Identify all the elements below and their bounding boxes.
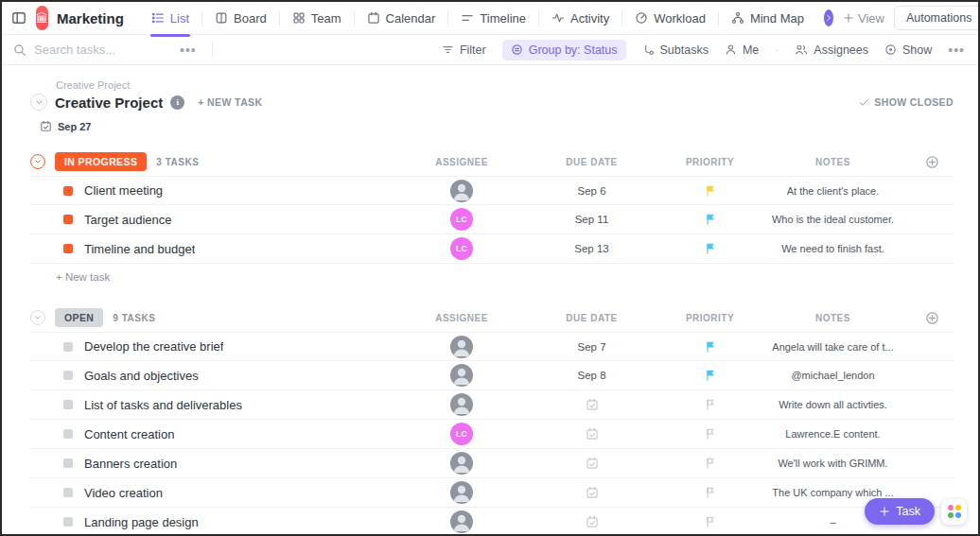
task-status-square[interactable] <box>63 429 73 439</box>
me-button[interactable]: Me <box>725 43 759 57</box>
toolbar-more-icon[interactable]: ••• <box>948 43 965 58</box>
task-assignee[interactable] <box>405 393 518 416</box>
search-more-icon[interactable]: ••• <box>180 43 197 58</box>
task-name[interactable]: Landing page design <box>84 515 199 529</box>
task-assignee[interactable] <box>405 336 518 358</box>
task-priority[interactable] <box>665 427 755 441</box>
task-name[interactable]: Timeline and budget <box>84 242 195 256</box>
task-assignee[interactable] <box>405 180 518 202</box>
task-assignee[interactable]: LC <box>405 208 518 231</box>
task-status-square[interactable] <box>63 400 73 409</box>
avatar[interactable] <box>450 393 473 416</box>
task-priority[interactable] <box>665 242 755 255</box>
avatar[interactable] <box>450 336 473 358</box>
new-task-row-button[interactable]: + New task <box>30 264 954 288</box>
avatar[interactable]: LC <box>450 423 473 445</box>
new-task-button[interactable]: + NEW TASK <box>198 96 262 108</box>
task-name[interactable]: Content creation <box>84 427 174 441</box>
task-status-square[interactable] <box>63 458 73 468</box>
task-due-date[interactable] <box>518 398 665 411</box>
tab-list[interactable]: List <box>139 2 201 35</box>
task-status-square[interactable] <box>63 215 73 224</box>
info-icon[interactable]: i <box>170 95 184 110</box>
avatar[interactable] <box>450 364 473 387</box>
task-priority[interactable] <box>665 398 755 411</box>
task-assignee[interactable] <box>405 510 518 533</box>
tab-activity[interactable]: Activity <box>539 2 621 35</box>
task-due-date[interactable] <box>518 515 665 528</box>
tab-team[interactable]: Team <box>280 2 354 35</box>
task-due-date[interactable] <box>518 427 665 441</box>
task-notes[interactable]: We need to finish fast. <box>755 243 911 254</box>
task-priority[interactable] <box>665 213 755 226</box>
task-notes[interactable]: Who is the ideal customer. <box>755 214 911 225</box>
task-row[interactable]: Timeline and budget LC Sep 13 We need to… <box>30 234 954 264</box>
clickup-apps-icon[interactable] <box>941 499 967 525</box>
task-priority[interactable] <box>665 515 755 528</box>
task-priority[interactable] <box>665 486 755 499</box>
space-icon[interactable]: 🏛 <box>36 6 48 30</box>
tab-timeline[interactable]: Timeline <box>448 2 538 35</box>
task-name[interactable]: Target audience <box>84 213 172 227</box>
task-row[interactable]: Content creation LC Lawrence.E content. <box>30 420 954 449</box>
add-column-icon[interactable] <box>911 311 954 325</box>
task-row[interactable]: Client meeting Sep 6 At the client's pla… <box>30 176 954 205</box>
search-box[interactable] <box>13 43 148 57</box>
task-due-date[interactable]: Sep 7 <box>518 341 665 353</box>
task-row[interactable]: Video creation The UK company which ... <box>30 478 954 508</box>
add-task-button[interactable]: Task <box>865 498 935 525</box>
task-row[interactable]: Goals and objectives Sep 8 @michael_lend… <box>30 361 954 390</box>
add-column-icon[interactable] <box>911 155 954 169</box>
filter-button[interactable]: Filter <box>442 43 486 57</box>
task-priority[interactable] <box>665 340 755 354</box>
show-closed-button[interactable]: SHOW CLOSED <box>859 96 954 108</box>
task-priority[interactable] <box>665 369 755 382</box>
show-button[interactable]: Show <box>884 43 932 57</box>
avatar[interactable]: LC <box>450 237 473 260</box>
tab-calendar[interactable]: Calendar <box>355 2 448 35</box>
avatar[interactable] <box>450 180 473 202</box>
task-priority[interactable] <box>665 457 755 470</box>
column-header-notes[interactable]: NOTES <box>755 157 911 167</box>
task-row[interactable]: Target audience LC Sep 11 Who is the ide… <box>30 205 954 234</box>
task-name[interactable]: Goals and objectives <box>84 369 199 383</box>
column-header-priority[interactable]: PRIORITY <box>665 157 755 167</box>
task-status-square[interactable] <box>63 371 73 380</box>
search-input[interactable] <box>34 43 148 57</box>
task-due-date[interactable]: Sep 11 <box>518 214 665 225</box>
task-notes[interactable]: Lawrence.E content. <box>755 428 911 440</box>
tab-mind-map[interactable]: Mind Map <box>719 2 816 35</box>
project-due-date[interactable]: Sep 27 <box>40 120 954 132</box>
task-due-date[interactable]: Sep 8 <box>518 370 665 381</box>
task-status-square[interactable] <box>63 342 73 352</box>
task-due-date[interactable] <box>518 486 665 499</box>
group-collapse-chevron-icon[interactable] <box>30 154 45 169</box>
task-assignee[interactable]: LC <box>405 423 518 445</box>
task-status-square[interactable] <box>63 186 73 196</box>
task-row[interactable]: List of tasks and deliverables Write dow… <box>30 390 954 420</box>
group-by-button[interactable]: Group by: Status <box>502 40 626 61</box>
automations-button[interactable]: Automations <box>894 6 980 30</box>
task-name[interactable]: Client meeting <box>84 183 163 198</box>
task-notes[interactable]: The UK company which ... <box>755 487 911 498</box>
assignees-button[interactable]: Assignees <box>795 43 868 57</box>
task-row[interactable]: Landing page design – <box>30 508 954 536</box>
task-notes[interactable]: @michael_lendon <box>755 370 911 381</box>
task-name[interactable]: Develop the creative brief <box>84 339 223 354</box>
task-name[interactable]: List of tasks and deliverables <box>84 398 242 412</box>
task-priority[interactable] <box>665 184 755 198</box>
task-status-square[interactable] <box>63 517 73 527</box>
task-assignee[interactable] <box>405 364 518 387</box>
task-status-square[interactable] <box>63 488 73 497</box>
avatar[interactable] <box>450 481 473 504</box>
task-assignee[interactable] <box>405 452 518 475</box>
task-notes[interactable]: We'll work with GRIMM. <box>755 458 911 469</box>
task-name[interactable]: Video creation <box>84 486 163 500</box>
task-notes[interactable]: Write down all activties. <box>755 399 911 410</box>
task-assignee[interactable] <box>405 481 518 504</box>
task-status-square[interactable] <box>63 244 73 253</box>
subtasks-button[interactable]: Subtasks <box>642 43 709 57</box>
task-notes[interactable]: Angela will take care of t... <box>755 341 911 353</box>
tab-board[interactable]: Board <box>202 2 279 35</box>
column-header-due-date[interactable]: DUE DATE <box>518 313 665 323</box>
